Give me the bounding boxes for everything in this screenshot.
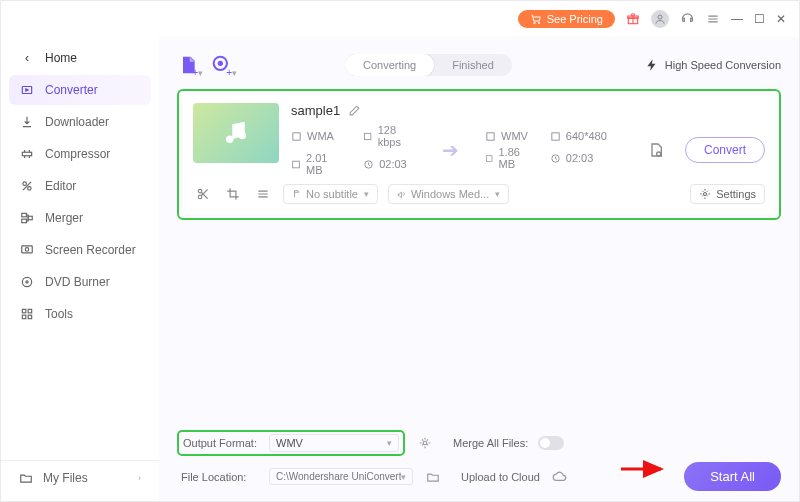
maximize-button[interactable]: ☐ xyxy=(753,12,765,26)
svg-rect-17 xyxy=(28,309,32,313)
svg-rect-28 xyxy=(487,132,494,139)
sidebar-item-screenrecorder[interactable]: Screen Recorder xyxy=(9,235,151,265)
merger-icon xyxy=(19,210,35,226)
sidebar-home[interactable]: ‹ Home xyxy=(9,43,151,73)
edit-name-icon[interactable] xyxy=(348,104,361,117)
cart-icon xyxy=(530,13,542,25)
output-format-highlight: Output Format: WMV ▾ xyxy=(177,430,405,456)
trim-icon[interactable] xyxy=(193,184,213,204)
sidebar-item-compressor[interactable]: Compressor xyxy=(9,139,151,169)
output-format-value: WMV xyxy=(276,437,303,449)
src-size: 2.01 MB xyxy=(306,152,343,176)
svg-rect-19 xyxy=(28,315,32,319)
chevron-left-icon: ‹ xyxy=(19,50,35,66)
main-area: +▾ +▾ Converting Finished High Speed Con… xyxy=(159,37,799,501)
file-location-value: C:\Wondershare UniConverter xyxy=(276,471,401,482)
file-location-label: File Location: xyxy=(181,471,259,483)
account-icon[interactable] xyxy=(651,10,669,28)
file-name: sample1 xyxy=(291,103,340,118)
sidebar-item-downloader[interactable]: Downloader xyxy=(9,107,151,137)
support-icon[interactable] xyxy=(679,11,695,27)
file-thumbnail[interactable] xyxy=(193,103,279,163)
src-duration: 02:03 xyxy=(379,158,407,170)
add-disc-button[interactable]: +▾ xyxy=(211,54,233,76)
dst-format: WMV xyxy=(501,130,528,142)
convert-button[interactable]: Convert xyxy=(685,137,765,163)
settings-button[interactable]: Settings xyxy=(690,184,765,204)
subtitle-dropdown[interactable]: No subtitle ▾ xyxy=(283,184,378,204)
merge-toggle[interactable] xyxy=(538,436,564,450)
start-all-button[interactable]: Start All xyxy=(684,462,781,491)
chevron-down-icon: ▾ xyxy=(387,438,392,448)
chevron-down-icon: ▾ xyxy=(401,472,406,482)
target-settings-icon[interactable] xyxy=(647,140,665,160)
svg-rect-26 xyxy=(293,161,300,168)
see-pricing-label: See Pricing xyxy=(547,13,603,25)
src-format: WMA xyxy=(307,130,334,142)
close-button[interactable]: ✕ xyxy=(775,12,787,26)
toolbar: +▾ +▾ Converting Finished High Speed Con… xyxy=(177,45,781,85)
crop-icon[interactable] xyxy=(223,184,243,204)
audio-dropdown[interactable]: Windows Med... ▾ xyxy=(388,184,509,204)
sidebar-item-editor[interactable]: Editor xyxy=(9,171,151,201)
sidebar-item-tools[interactable]: Tools xyxy=(9,299,151,329)
cloud-label: Upload to Cloud xyxy=(461,471,540,483)
menu-icon[interactable] xyxy=(705,11,721,27)
sidebar-item-label: Compressor xyxy=(45,147,110,161)
chevron-right-icon: › xyxy=(138,473,141,483)
svg-point-4 xyxy=(658,15,662,19)
file-location-dropdown[interactable]: C:\Wondershare UniConverter ▾ xyxy=(269,468,413,485)
sidebar-item-label: Tools xyxy=(45,307,73,321)
compressor-icon xyxy=(19,146,35,162)
subtitle-value: No subtitle xyxy=(306,188,358,200)
sidebar-item-converter[interactable]: Converter xyxy=(9,75,151,105)
audio-value: Windows Med... xyxy=(411,188,489,200)
output-settings-icon[interactable] xyxy=(415,433,435,453)
see-pricing-button[interactable]: See Pricing xyxy=(518,10,615,28)
dst-duration: 02:03 xyxy=(566,152,594,164)
tab-finished[interactable]: Finished xyxy=(434,54,512,76)
sidebar-item-merger[interactable]: Merger xyxy=(9,203,151,233)
gift-icon[interactable] xyxy=(625,11,641,27)
svg-rect-9 xyxy=(22,213,27,217)
sidebar: ‹ Home Converter Downloader Compressor E… xyxy=(1,37,159,501)
svg-point-36 xyxy=(423,441,427,445)
file-name-row: sample1 xyxy=(291,103,765,118)
sidebar-item-label: Downloader xyxy=(45,115,109,129)
svg-rect-29 xyxy=(552,132,559,139)
effects-icon[interactable] xyxy=(253,184,273,204)
arrow-right-icon: ➔ xyxy=(436,138,465,162)
merge-label: Merge All Files: xyxy=(453,437,528,449)
svg-rect-10 xyxy=(22,219,27,223)
tab-converting[interactable]: Converting xyxy=(345,54,434,76)
add-files-button[interactable]: +▾ xyxy=(177,54,199,76)
source-meta: WMA 128 kbps 2.01 MB 02:03 xyxy=(291,124,416,176)
myfiles-label: My Files xyxy=(43,471,88,485)
sidebar-myfiles[interactable]: My Files › xyxy=(1,460,159,495)
svg-rect-24 xyxy=(293,132,300,139)
svg-rect-12 xyxy=(22,246,33,253)
converter-icon xyxy=(19,82,35,98)
dst-size: 1.86 MB xyxy=(498,146,529,170)
output-format-label: Output Format: xyxy=(183,437,261,449)
high-speed-toggle[interactable]: High Speed Conversion xyxy=(645,58,781,72)
open-folder-icon[interactable] xyxy=(423,467,443,487)
sidebar-item-label: Editor xyxy=(45,179,76,193)
svg-point-35 xyxy=(704,193,707,196)
sidebar-item-label: Converter xyxy=(45,83,98,97)
svg-point-21 xyxy=(219,62,222,65)
tools-icon xyxy=(19,306,35,322)
bolt-icon xyxy=(645,58,659,72)
cloud-icon[interactable] xyxy=(550,467,570,487)
output-format-dropdown[interactable]: WMV ▾ xyxy=(269,434,399,452)
recorder-icon xyxy=(19,242,35,258)
src-bitrate: 128 kbps xyxy=(378,124,416,148)
settings-label: Settings xyxy=(716,188,756,200)
sidebar-item-dvdburner[interactable]: DVD Burner xyxy=(9,267,151,297)
svg-point-13 xyxy=(25,248,29,252)
minimize-button[interactable]: — xyxy=(731,12,743,26)
svg-rect-25 xyxy=(365,133,371,139)
titlebar: See Pricing — ☐ ✕ xyxy=(1,1,799,37)
target-meta: WMV 640*480 1.86 MB 02:03 xyxy=(485,130,607,170)
tab-switcher: Converting Finished xyxy=(345,54,512,76)
